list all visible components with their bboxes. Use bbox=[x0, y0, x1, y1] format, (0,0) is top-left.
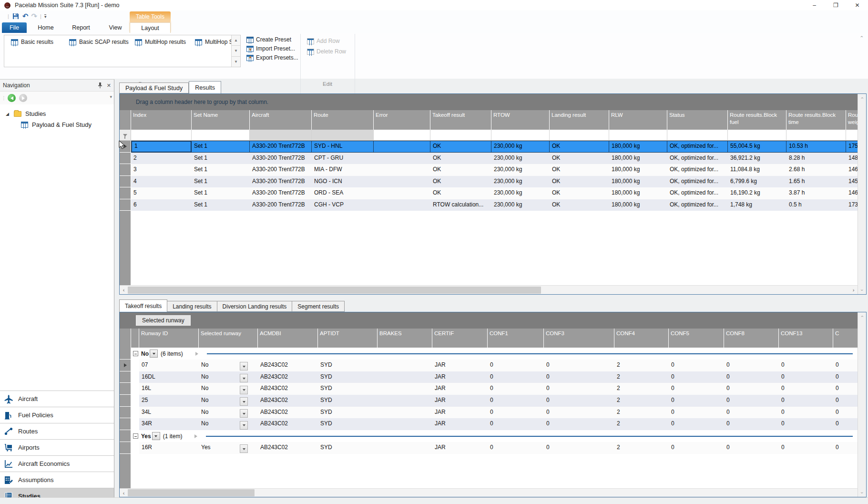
runway-dropdown-button[interactable] bbox=[240, 409, 248, 418]
cell[interactable]: 2.68 h bbox=[786, 164, 846, 176]
runway-dropdown-button[interactable] bbox=[240, 374, 248, 382]
group-filter-dropdown[interactable] bbox=[150, 350, 158, 358]
scroll-right-icon[interactable]: › bbox=[849, 287, 858, 293]
cell[interactable]: JAR bbox=[432, 383, 488, 395]
cell[interactable] bbox=[378, 395, 432, 407]
cell[interactable]: 55,004.5 kg bbox=[728, 141, 786, 153]
add-row-button[interactable]: Add Row bbox=[307, 38, 340, 44]
cell[interactable] bbox=[378, 418, 432, 430]
pin-icon[interactable] bbox=[97, 82, 103, 89]
cell[interactable]: 0 bbox=[488, 383, 544, 395]
cell[interactable]: 0 bbox=[779, 418, 833, 430]
save-icon[interactable] bbox=[12, 12, 20, 20]
cell[interactable]: Yes bbox=[199, 442, 258, 454]
cell[interactable]: AB243C02 bbox=[258, 418, 318, 430]
cell[interactable]: 1.65 h bbox=[786, 176, 846, 188]
tab-payload-fuel-study[interactable]: Payload & Fuel Study bbox=[119, 82, 189, 93]
table-row[interactable]: 25NoAB243C02SYDJAR0020000 bbox=[120, 395, 858, 407]
cell[interactable]: 0 bbox=[779, 371, 833, 383]
cell[interactable]: SYD bbox=[318, 360, 378, 371]
cell[interactable]: 16,190.2 kg bbox=[728, 187, 786, 199]
column-header-landing-result[interactable]: Landing result bbox=[550, 110, 609, 130]
cell[interactable]: 16DL bbox=[139, 371, 199, 383]
scroll-left-icon[interactable]: ‹ bbox=[120, 287, 128, 293]
cell[interactable]: No bbox=[199, 383, 258, 395]
cell[interactable]: 0.5 h bbox=[786, 199, 846, 211]
cell[interactable]: 2 bbox=[614, 383, 669, 395]
cell[interactable] bbox=[374, 187, 430, 199]
cell[interactable]: 173, bbox=[846, 199, 858, 211]
cell[interactable]: 0 bbox=[724, 360, 779, 371]
group-expand-icon[interactable] bbox=[195, 352, 200, 356]
row-indicator[interactable] bbox=[120, 199, 131, 211]
collapse-ribbon-icon[interactable]: › bbox=[858, 36, 864, 38]
tab-segment-results[interactable]: Segment results bbox=[292, 301, 345, 312]
cell[interactable]: AB243C02 bbox=[258, 442, 318, 454]
scroll-down-icon[interactable]: › bbox=[859, 289, 865, 291]
gallery-scroll-up-icon[interactable]: ▲ bbox=[232, 35, 240, 46]
column-header-conf13[interactable]: CONF13 bbox=[779, 329, 833, 348]
cell[interactable]: 175, bbox=[846, 141, 858, 153]
tab-file[interactable]: File bbox=[2, 22, 27, 33]
cell[interactable]: 0 bbox=[669, 407, 724, 419]
cell[interactable]: 0 bbox=[544, 407, 614, 419]
cell[interactable]: 6,799.6 kg bbox=[728, 176, 786, 188]
tab-results[interactable]: Results bbox=[189, 81, 221, 93]
tab-landing-results[interactable]: Landing results bbox=[167, 301, 217, 312]
tab-report[interactable]: Report bbox=[65, 22, 97, 33]
cell[interactable]: OK bbox=[430, 153, 491, 165]
cell[interactable]: 8.28 h bbox=[786, 153, 846, 165]
cell[interactable]: JAR bbox=[432, 418, 488, 430]
cell[interactable]: 0 bbox=[488, 371, 544, 383]
tab-takeoff-results[interactable]: Takeoff results bbox=[119, 299, 167, 312]
cell[interactable]: AB243C02 bbox=[258, 360, 318, 371]
cell[interactable]: No bbox=[199, 360, 258, 371]
close-button[interactable]: ✕ bbox=[847, 0, 868, 10]
cell[interactable]: 0 bbox=[488, 418, 544, 430]
cell[interactable]: 0 bbox=[669, 418, 724, 430]
cell[interactable]: SYD bbox=[318, 418, 378, 430]
table-row[interactable]: 3Set 1A330-200 Trent772BMIA - DFWOK230,0… bbox=[120, 164, 858, 176]
cell[interactable]: 2 bbox=[614, 442, 669, 454]
cell[interactable]: Set 1 bbox=[192, 187, 250, 199]
cell[interactable]: 0 bbox=[669, 360, 724, 371]
scrollbar-thumb[interactable] bbox=[128, 489, 255, 496]
cell[interactable]: OK, optimized for... bbox=[667, 141, 728, 153]
cell[interactable]: 0 bbox=[669, 371, 724, 383]
cell[interactable]: OK bbox=[430, 141, 491, 153]
group-chip-selected-runway[interactable]: Selected runway bbox=[136, 315, 191, 326]
cell[interactable]: 2 bbox=[131, 153, 192, 165]
close-panel-icon[interactable]: ✕ bbox=[107, 82, 111, 89]
tab-home[interactable]: Home bbox=[31, 22, 61, 33]
cell[interactable]: 16R bbox=[139, 442, 199, 454]
cell[interactable] bbox=[374, 153, 430, 165]
cell[interactable]: AB243C02 bbox=[258, 407, 318, 419]
column-header-conf4[interactable]: CONF4 bbox=[614, 329, 669, 348]
cell[interactable]: OK bbox=[430, 164, 491, 176]
cell[interactable]: 0 bbox=[544, 395, 614, 407]
cell[interactable]: 0 bbox=[669, 395, 724, 407]
cell[interactable]: 180,000 kg bbox=[609, 153, 667, 165]
cell[interactable] bbox=[378, 442, 432, 454]
cell[interactable]: 6 bbox=[131, 199, 192, 211]
scroll-left-icon[interactable]: ‹ bbox=[120, 490, 128, 496]
cell[interactable]: 1,748 kg bbox=[728, 199, 786, 211]
cell[interactable] bbox=[374, 164, 430, 176]
sidebar-item-aircraft-economics[interactable]: <Aircraft Economics bbox=[0, 455, 114, 472]
export-presets-button[interactable]: ▲ Export Presets... bbox=[246, 54, 298, 61]
cell[interactable]: 0 bbox=[779, 395, 833, 407]
cell[interactable] bbox=[374, 199, 430, 211]
row-indicator[interactable] bbox=[120, 360, 131, 371]
collapse-group-icon[interactable] bbox=[133, 351, 138, 356]
row-indicator[interactable] bbox=[120, 164, 131, 176]
cell[interactable]: 0 bbox=[724, 407, 779, 419]
row-indicator[interactable] bbox=[120, 176, 131, 188]
cell[interactable]: OK bbox=[550, 187, 609, 199]
cell[interactable]: 230,000 kg bbox=[491, 141, 550, 153]
filter-cell[interactable] bbox=[192, 130, 250, 140]
scroll-up-icon[interactable]: › bbox=[859, 316, 865, 317]
cell[interactable]: 0 bbox=[544, 383, 614, 395]
gallery-more-icon[interactable]: ▼ bbox=[232, 57, 240, 67]
cell[interactable]: 145, bbox=[846, 176, 858, 188]
row-indicator[interactable] bbox=[120, 407, 131, 419]
